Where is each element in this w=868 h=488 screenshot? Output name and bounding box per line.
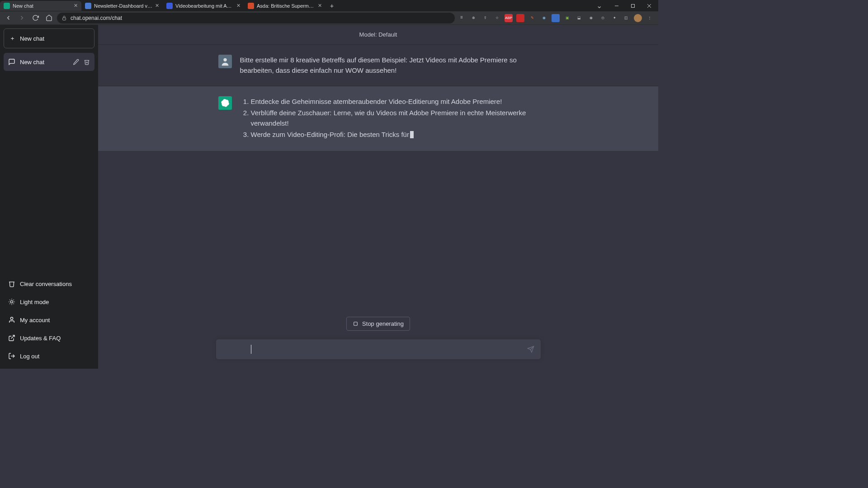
extension-icon[interactable]: ▣ — [563, 14, 571, 22]
logout-icon — [8, 352, 15, 360]
address-bar[interactable]: chat.openai.com/chat — [57, 13, 455, 23]
input-caret — [251, 345, 251, 354]
close-window-button[interactable] — [641, 1, 657, 11]
assistant-list: Entdecke die Geheimnisse atemberaubender… — [240, 96, 538, 140]
extension-icon[interactable]: ◉ — [540, 14, 548, 22]
tab-title: Videobearbeitung mit Adobe Pr — [175, 3, 234, 9]
list-item: Verblüffe deine Zuschauer: Lerne, wie du… — [251, 108, 538, 129]
light-mode-button[interactable]: Light mode — [4, 293, 94, 311]
generating-cursor — [410, 131, 414, 138]
extensions-menu-icon[interactable]: ✦ — [610, 14, 618, 22]
home-button[interactable] — [43, 13, 54, 23]
chat-icon — [8, 58, 15, 66]
new-tab-button[interactable]: + — [326, 2, 338, 9]
stop-icon — [353, 321, 359, 327]
extension-icon[interactable]: ✎ — [528, 14, 536, 22]
message-input[interactable] — [216, 339, 541, 360]
svg-line-13 — [14, 300, 14, 300]
logout-label: Log out — [20, 353, 39, 360]
minimize-button[interactable] — [609, 1, 625, 11]
extension-icon[interactable]: ◎ — [599, 14, 607, 22]
reload-button[interactable] — [30, 13, 41, 23]
new-chat-button[interactable]: ＋ New chat — [4, 28, 94, 48]
extension-icon[interactable] — [516, 14, 524, 22]
browser-toolbar: chat.openai.com/chat ⠿ ⊕ ⇪ ☆ ABP ✎ ◉ ▣ ⬓… — [0, 11, 658, 25]
light-mode-label: Light mode — [20, 299, 49, 305]
svg-point-5 — [10, 300, 13, 303]
composer-area: Stop generating — [98, 317, 658, 369]
messages-list: Bitte erstelle mir 8 kreative Betreffs a… — [98, 45, 658, 317]
svg-rect-18 — [354, 322, 358, 326]
plus-icon: ＋ — [9, 34, 15, 42]
edit-icon[interactable] — [73, 59, 79, 65]
main-content: Model: Default Bitte erstelle mir 8 krea… — [98, 25, 658, 369]
maximize-button[interactable] — [625, 1, 641, 11]
sidebar: ＋ New chat New chat Clear conversations … — [0, 25, 98, 369]
browser-tab[interactable]: Videobearbeitung mit Adobe Pr ✕ — [163, 1, 244, 11]
my-account-button[interactable]: My account — [4, 311, 94, 329]
share-icon[interactable]: ⇪ — [481, 14, 489, 22]
list-item: Entdecke die Geheimnisse atemberaubender… — [251, 96, 538, 107]
browser-tab[interactable]: Newsletter-Dashboard von 4eck ✕ — [81, 1, 163, 11]
chevron-down-icon[interactable]: ⌄ — [596, 1, 602, 10]
user-icon — [8, 316, 15, 324]
conversation-item[interactable]: New chat — [4, 53, 94, 71]
tab-title: New chat — [13, 3, 71, 9]
clear-label: Clear conversations — [20, 281, 72, 287]
close-icon[interactable]: ✕ — [236, 3, 241, 9]
svg-point-17 — [223, 58, 226, 61]
lock-icon — [61, 15, 67, 21]
stop-label: Stop generating — [362, 320, 404, 327]
user-message-text: Bitte erstelle mir 8 kreative Betreffs a… — [240, 55, 538, 76]
window-titlebar: New chat ✕ Newsletter-Dashboard von 4eck… — [0, 0, 658, 11]
list-item: Werde zum Video-Editing-Profi: Die beste… — [251, 129, 538, 140]
extension-icon[interactable]: ABP — [505, 14, 513, 22]
star-icon[interactable]: ☆ — [493, 14, 501, 22]
send-icon — [527, 346, 534, 353]
trash-icon — [8, 280, 15, 287]
zoom-icon[interactable]: ⊕ — [469, 14, 477, 22]
model-text: Model: Default — [359, 31, 397, 38]
sidepanel-icon[interactable]: ◫ — [622, 14, 630, 22]
back-button[interactable] — [3, 13, 14, 23]
clear-conversations-button[interactable]: Clear conversations — [4, 275, 94, 293]
account-label: My account — [20, 317, 50, 324]
browser-tab[interactable]: Asda: Britische Supermarktkette ✕ — [244, 1, 326, 11]
svg-line-8 — [9, 300, 10, 300]
trash-icon[interactable] — [84, 59, 90, 65]
svg-point-14 — [10, 317, 13, 319]
svg-line-9 — [14, 304, 14, 304]
list-item-text: Werde zum Video-Editing-Profi: Die beste… — [251, 131, 409, 138]
tab-title: Newsletter-Dashboard von 4eck — [94, 3, 152, 9]
logout-button[interactable]: Log out — [4, 347, 94, 365]
user-avatar — [218, 55, 232, 68]
sun-icon — [8, 298, 15, 305]
assistant-avatar — [218, 96, 232, 110]
new-chat-label: New chat — [20, 35, 44, 42]
svg-rect-4 — [63, 18, 66, 20]
send-button[interactable] — [526, 344, 536, 354]
user-message: Bitte erstelle mir 8 kreative Betreffs a… — [98, 45, 658, 86]
svg-line-15 — [11, 335, 14, 338]
conversation-title: New chat — [20, 59, 44, 66]
svg-line-12 — [9, 304, 10, 304]
url-text: chat.openai.com/chat — [71, 15, 122, 21]
model-label: Model: Default — [98, 25, 658, 45]
svg-rect-1 — [632, 4, 635, 7]
extension-icon[interactable]: ⬓ — [575, 14, 583, 22]
menu-button[interactable]: ⋮ — [646, 14, 654, 22]
external-link-icon — [8, 334, 15, 342]
extension-icons: ⠿ ⊕ ⇪ ☆ ABP ✎ ◉ ▣ ⬓ ◉ ◎ ✦ ◫ ⋮ — [458, 14, 656, 22]
close-icon[interactable]: ✕ — [74, 3, 78, 9]
forward-button[interactable] — [16, 13, 27, 23]
translate-icon[interactable]: ⠿ — [458, 14, 466, 22]
assistant-message: Entdecke die Geheimnisse atemberaubender… — [98, 86, 658, 151]
close-icon[interactable]: ✕ — [155, 3, 159, 9]
profile-avatar[interactable] — [634, 14, 642, 22]
extension-icon[interactable]: ◉ — [587, 14, 595, 22]
browser-tab[interactable]: New chat ✕ — [0, 1, 81, 11]
close-icon[interactable]: ✕ — [318, 3, 322, 9]
extension-icon[interactable] — [552, 14, 560, 22]
updates-faq-button[interactable]: Updates & FAQ — [4, 329, 94, 347]
stop-generating-button[interactable]: Stop generating — [346, 317, 410, 331]
